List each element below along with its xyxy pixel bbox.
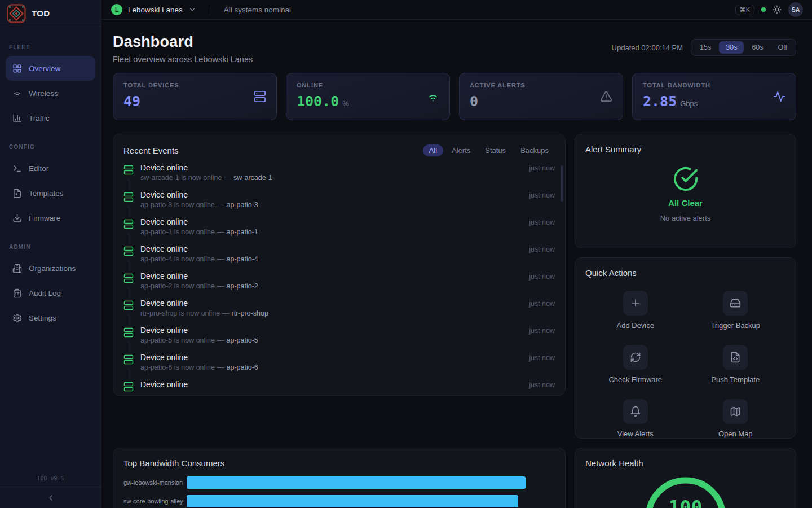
filter-backups[interactable]: Backups [514,144,555,156]
sidebar-item-label: Organizations [29,264,76,273]
server-icon [254,90,266,103]
event-time: just now [529,191,555,199]
event-device: rtr-pro-shop [232,309,268,317]
event-row[interactable]: Device online just now sw-arcade-1 is no… [123,163,555,190]
action-label: Add Device [617,321,654,330]
theme-toggle-button[interactable] [773,5,782,14]
stat-unit: Gbps [680,99,698,108]
network-health-panel: Network Health 100 [575,448,796,508]
topbar-right: ⌘K SA [735,2,803,17]
recent-events-title: Recent Events [123,146,179,155]
sidebar-item-overview[interactable]: Overview [6,56,95,81]
topbar-divider [210,5,210,14]
action-label: Open Map [718,430,753,438]
scrollbar-thumb[interactable] [561,165,563,202]
sidebar-item-templates[interactable]: Templates [6,181,95,205]
sidebar-item-label: Traffic [29,114,50,122]
server-icon [123,165,134,175]
filter-all[interactable]: All [423,144,443,156]
event-row[interactable]: Device online just now ap-patio-5 is now… [123,326,555,353]
sidebar-item-editor[interactable]: Editor [6,156,95,181]
event-separator: — [222,309,230,317]
stat-value: 0 [470,93,478,110]
activity-icon [773,90,785,103]
bandwidth-panel: Top Bandwidth Consumers gw-lebowski-mans… [113,448,566,508]
command-palette-button[interactable]: ⌘K [735,5,754,15]
stat-card-active-alerts: ACTIVE ALERTS 0 [459,73,623,120]
alert-summary-panel: Alert Summary All Clear No active alerts [575,134,796,248]
stat-value: 2.85 [643,93,677,110]
event-time: just now [529,354,555,362]
hard-drive-icon [730,297,741,309]
event-description: ap-patio-1 is now online—ap-patio-1 [140,228,258,236]
check-firmware-button[interactable]: Check Firmware [585,345,686,384]
sidebar-item-wireless[interactable]: Wireless [6,81,95,106]
clipboard-icon [12,288,22,298]
filter-status[interactable]: Status [479,144,512,156]
terminal-icon [12,164,22,173]
refresh-option-60s[interactable]: 60s [745,41,770,54]
open-map-button[interactable]: Open Map [686,399,786,438]
sidebar-nav: FLEET Overview Wireless Traffic CONFIG E… [0,27,101,475]
page-content: Dashboard Fleet overview across Lebowski… [102,20,812,508]
event-filters: All Alerts Status Backups [423,144,555,156]
event-description: rtr-pro-shop is now online—rtr-pro-shop [140,309,268,317]
alert-triangle-icon [600,90,612,103]
add-device-button[interactable]: Add Device [585,291,686,330]
event-device: ap-patio-1 [227,228,258,236]
sidebar-header: TOD [0,0,101,27]
stat-card-online: ONLINE 100.0 % [286,73,450,120]
event-title: Device online [140,271,188,281]
server-icon [123,382,134,392]
event-desc-text: ap-patio-5 is now online [140,336,215,344]
sidebar-item-firmware[interactable]: Firmware [6,205,95,230]
sidebar-collapse-button[interactable] [0,487,101,508]
event-desc-text: ap-patio-4 is now online [140,255,215,263]
view-alerts-button[interactable]: View Alerts [585,399,686,438]
push-template-button[interactable]: Push Template [686,345,786,384]
sidebar-item-label: Firmware [29,214,60,222]
sidebar-item-traffic[interactable]: Traffic [6,106,95,130]
refresh-option-15s[interactable]: 15s [693,41,718,54]
refresh-option-30s[interactable]: 30s [719,41,744,54]
event-row[interactable]: Device online just now ap-patio-1 is now… [123,217,555,244]
sidebar-item-settings[interactable]: Settings [6,305,95,330]
org-switcher[interactable] [188,6,196,14]
event-row[interactable]: Device online just now ap-patio-4 is now… [123,244,555,271]
topbar: L Lebowski Lanes All systems nominal ⌘K … [102,0,812,20]
sidebar-item-label: Overview [29,64,60,73]
refresh-icon [630,352,641,363]
main-grid: Recent Events All Alerts Status Backups [113,134,796,508]
event-separator: — [217,282,224,290]
event-description: ap-patio-4 is now online—ap-patio-4 [140,255,258,263]
user-avatar[interactable]: SA [788,2,803,17]
sidebar-item-audit-log[interactable]: Audit Log [6,281,95,305]
event-row[interactable]: Device online just now rtr-pro-shop is n… [123,299,555,326]
event-title: Device online [140,190,188,199]
event-row[interactable]: Device online just now ap-patio-2 is now… [123,271,555,299]
status-dot [761,7,766,12]
check-circle-icon [673,166,699,192]
org-name: Lebowski Lanes [128,6,183,14]
alert-summary-title: Alert Summary [585,144,785,154]
event-separator: — [224,174,232,182]
action-label: View Alerts [617,430,654,438]
event-title: Device online [140,163,188,172]
stat-label: TOTAL DEVICES [123,82,266,89]
server-icon [123,219,134,229]
app-root: TOD FLEET Overview Wireless Traffic CONF… [0,0,812,508]
sidebar-item-organizations[interactable]: Organizations [6,256,95,281]
bandwidth-track [187,495,555,507]
wifi-icon [12,89,22,98]
event-row[interactable]: Device online just now ap-patio-3 is now… [123,190,555,217]
event-time: just now [529,164,555,172]
event-desc-text: sw-arcade-1 is now online [140,174,222,182]
event-time: just now [529,218,555,226]
health-gauge: 100 [643,475,728,508]
refresh-option-off[interactable]: Off [771,41,794,54]
event-row[interactable]: Device online just now [123,380,555,395]
event-device: ap-patio-6 [227,364,258,371]
trigger-backup-button[interactable]: Trigger Backup [686,291,786,330]
filter-alerts[interactable]: Alerts [445,144,476,156]
event-row[interactable]: Device online just now ap-patio-6 is now… [123,353,555,380]
